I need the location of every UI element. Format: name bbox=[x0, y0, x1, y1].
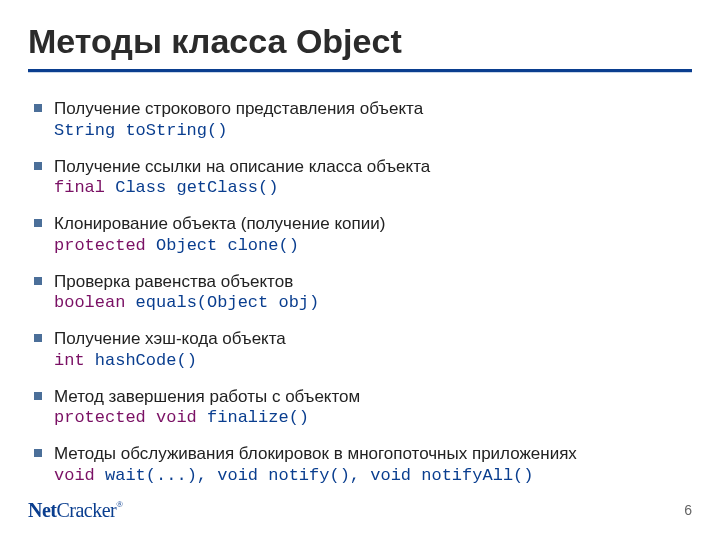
list-item: Методы обслуживания блокировок в многопо… bbox=[34, 443, 686, 487]
footer: NetCracker® 6 bbox=[0, 492, 720, 540]
method-list: Получение строкового представления объек… bbox=[34, 98, 686, 487]
method-desc: Методы обслуживания блокировок в многопо… bbox=[54, 443, 686, 465]
page-number: 6 bbox=[684, 502, 692, 518]
method-signature: protected Object clone() bbox=[54, 235, 686, 257]
logo-cracker: Cracker bbox=[56, 499, 116, 521]
method-desc: Получение строкового представления объек… bbox=[54, 98, 686, 120]
method-signature: final Class getClass() bbox=[54, 177, 686, 199]
method-signature: protected void finalize() bbox=[54, 407, 686, 429]
list-item: Метод завершения работы с объектом prote… bbox=[34, 386, 686, 430]
method-desc: Получение ссылки на описание класса объе… bbox=[54, 156, 686, 178]
logo-r: ® bbox=[116, 499, 122, 509]
content-area: Получение строкового представления объек… bbox=[0, 72, 720, 487]
logo-net: Net bbox=[28, 499, 56, 521]
logo: NetCracker® bbox=[28, 499, 123, 522]
method-desc: Метод завершения работы с объектом bbox=[54, 386, 686, 408]
method-signature: boolean equals(Object obj) bbox=[54, 292, 686, 314]
slide-title: Методы класса Object bbox=[0, 0, 720, 69]
list-item: Клонирование объекта (получение копии) p… bbox=[34, 213, 686, 257]
method-signature: int hashCode() bbox=[54, 350, 686, 372]
method-desc: Клонирование объекта (получение копии) bbox=[54, 213, 686, 235]
method-signature: void wait(...), void notify(), void noti… bbox=[54, 465, 686, 487]
method-desc: Проверка равенства объектов bbox=[54, 271, 686, 293]
list-item: Получение хэш-кода объекта int hashCode(… bbox=[34, 328, 686, 372]
divider bbox=[0, 69, 720, 72]
list-item: Проверка равенства объектов boolean equa… bbox=[34, 271, 686, 315]
method-signature: String toString() bbox=[54, 120, 686, 142]
slide: Методы класса Object Получение строковог… bbox=[0, 0, 720, 540]
method-desc: Получение хэш-кода объекта bbox=[54, 328, 686, 350]
list-item: Получение строкового представления объек… bbox=[34, 98, 686, 142]
list-item: Получение ссылки на описание класса объе… bbox=[34, 156, 686, 200]
